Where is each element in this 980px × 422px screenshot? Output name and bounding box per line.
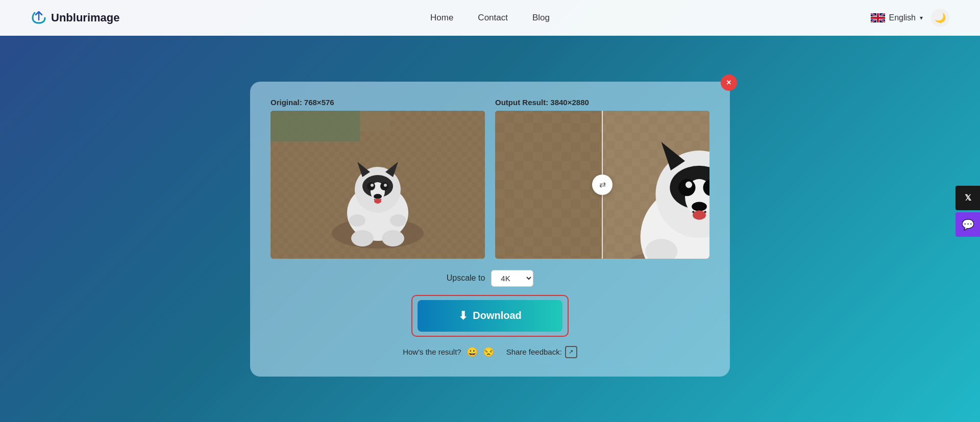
original-image [271, 111, 485, 259]
share-label: Share feedback: [506, 347, 562, 356]
twitter-icon: 𝕏 [965, 193, 971, 203]
close-icon: × [726, 78, 731, 87]
result-modal: × Original: 768×576 [250, 82, 730, 377]
logo[interactable]: Unblurimage [31, 10, 119, 26]
svg-point-28 [351, 230, 374, 246]
close-button[interactable]: × [721, 75, 737, 91]
svg-rect-14 [360, 111, 390, 131]
svg-rect-35 [495, 111, 602, 259]
svg-point-29 [382, 230, 404, 246]
svg-rect-13 [271, 111, 360, 141]
download-icon: ⬇ [458, 309, 468, 322]
twitter-button[interactable]: 𝕏 [955, 186, 980, 210]
chevron-down-icon: ▾ [920, 14, 923, 21]
output-dog-left-svg [495, 111, 602, 259]
download-button[interactable]: ⬇ Download [418, 300, 562, 332]
nav-home[interactable]: Home [430, 13, 453, 23]
original-label: Original: 768×576 [271, 98, 485, 107]
feedback-label: How's the result? [403, 347, 461, 356]
download-wrapper: ⬇ Download [411, 295, 569, 337]
compare-container: ⇄ [495, 111, 709, 259]
output-image: ⇄ [495, 111, 709, 259]
svg-point-64 [678, 179, 695, 195]
svg-point-68 [692, 202, 707, 211]
share-icon: ↗ [565, 346, 577, 358]
logo-text: Unblurimage [51, 11, 119, 24]
share-feedback[interactable]: Share feedback: ↗ [506, 346, 577, 358]
logo-icon [31, 10, 47, 26]
moon-icon: 🌙 [935, 12, 946, 23]
output-label: Output Result: 3840×2880 [495, 98, 709, 107]
svg-point-25 [374, 198, 381, 204]
download-area: ⬇ Download [271, 295, 709, 337]
happy-emoji[interactable]: 😀 [467, 346, 478, 358]
chat-button[interactable]: 💬 [955, 212, 980, 237]
header: Unblurimage Home Contact Blog English ▾ … [0, 0, 980, 36]
upscale-select[interactable]: 4K 2K 8K [491, 270, 533, 287]
download-label: Download [473, 310, 522, 321]
svg-point-66 [685, 181, 692, 188]
svg-point-69 [693, 210, 706, 220]
pipe-divider: | [499, 347, 501, 356]
original-panel: Original: 768×576 [271, 98, 485, 259]
nav: Home Contact Blog [430, 13, 550, 23]
output-panel: Output Result: 3840×2880 [495, 98, 709, 259]
svg-point-24 [374, 194, 382, 199]
uk-flag-icon [871, 13, 885, 22]
svg-point-30 [349, 214, 365, 227]
chat-icon: 💬 [962, 218, 974, 231]
svg-rect-8 [871, 17, 885, 19]
upscale-row: Upscale to 4K 2K 8K [271, 270, 709, 287]
compare-handle[interactable]: ⇄ [592, 175, 612, 195]
swap-icon: ⇄ [599, 180, 606, 189]
images-row: Original: 768×576 [271, 98, 709, 259]
social-float: 𝕏 💬 [955, 186, 980, 237]
svg-point-23 [384, 184, 387, 187]
output-dog-right-svg [602, 111, 709, 259]
compare-right [602, 111, 709, 259]
nav-blog[interactable]: Blog [532, 13, 550, 23]
svg-point-22 [371, 184, 374, 187]
language-text: English [889, 13, 916, 22]
original-dog-svg [271, 111, 485, 259]
nav-contact[interactable]: Contact [478, 13, 508, 23]
sad-emoji[interactable]: 😒 [483, 346, 494, 358]
svg-point-31 [390, 214, 406, 227]
header-right: English ▾ 🌙 [871, 9, 949, 27]
language-selector[interactable]: English ▾ [871, 13, 923, 22]
compare-left [495, 111, 602, 259]
dark-mode-button[interactable]: 🌙 [931, 9, 949, 27]
upscale-label: Upscale to [447, 274, 485, 283]
feedback-row: How's the result? 😀 😒 | Share feedback: … [271, 346, 709, 358]
main-content: × Original: 768×576 [0, 36, 980, 422]
